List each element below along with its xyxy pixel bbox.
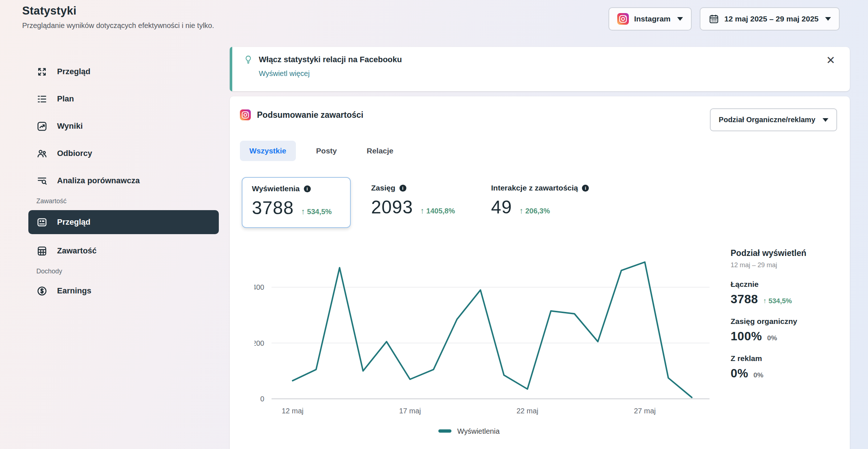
svg-text:12 maj: 12 maj xyxy=(282,407,304,415)
content-type-tabs: Wszystkie Posty Relacje xyxy=(240,141,403,161)
metric-value: 49 xyxy=(491,197,512,218)
sidebar-item-label: Przegląd xyxy=(57,67,91,76)
instagram-icon xyxy=(240,109,251,120)
tab-posty[interactable]: Posty xyxy=(307,141,346,161)
sidebar-item-wyniki[interactable]: Wyniki xyxy=(28,116,219,137)
metric-card-zasieg[interactable]: Zasięg i 2093 ↑ 1405,8% xyxy=(362,177,471,228)
header-controls: Instagram 12 maj 2025 – 29 maj 2025 xyxy=(608,7,840,31)
views-breakdown-panel: Podział wyświetleń 12 maj – 29 maj Łączn… xyxy=(731,248,843,380)
page-header: Statystyki Przeglądanie wyników dotycząc… xyxy=(22,4,214,30)
content-overview-icon xyxy=(36,217,48,228)
sidebar-item-label: Odbiorcy xyxy=(57,149,92,158)
breakdown-row-value: 0% xyxy=(731,366,748,380)
breakdown-dropdown-label: Podział Organiczne/reklamy xyxy=(719,116,815,124)
svg-text:Wyświetlenia: Wyświetlenia xyxy=(457,427,500,435)
sidebar-item-earnings[interactable]: Earnings xyxy=(28,280,219,301)
breakdown-row-value: 3788 xyxy=(731,292,758,306)
content-summary-card: Podsumowanie zawartości Podział Organicz… xyxy=(230,96,850,449)
metric-label: Interakcje z zawartością xyxy=(491,184,578,192)
sidebar-item-label: Wyniki xyxy=(57,121,83,131)
increase-arrow-icon: ↑ xyxy=(420,206,424,215)
platform-selector[interactable]: Instagram xyxy=(608,7,691,31)
svg-text:200: 200 xyxy=(254,339,264,347)
increase-arrow-icon: ↑ xyxy=(519,206,523,215)
breakdown-row-lacznie: Łącznie 3788 ↑ 534,5% xyxy=(731,280,843,306)
sidebar-item-odbiorcy[interactable]: Odbiorcy xyxy=(28,143,219,164)
organic-ads-breakdown-dropdown[interactable]: Podział Organiczne/reklamy xyxy=(710,108,837,131)
breakdown-title: Podział wyświetleń xyxy=(731,248,843,258)
sidebar-item-label: Earnings xyxy=(57,286,91,296)
instagram-icon xyxy=(617,13,629,25)
metric-label: Zasięg xyxy=(371,184,395,192)
overview-icon xyxy=(36,66,48,77)
metric-value: 2093 xyxy=(371,197,413,218)
sidebar-item-plan[interactable]: Plan xyxy=(28,88,219,109)
benchmark-icon xyxy=(36,175,48,187)
sidebar-item-label: Przegląd xyxy=(57,217,91,227)
sidebar-item-content-przeglad[interactable]: Przegląd xyxy=(28,210,219,234)
breakdown-row-organiczny: Zasięg organiczny 100% 0% xyxy=(731,317,843,343)
page-title: Statystyki xyxy=(22,4,214,17)
breakdown-row-delta: 0% xyxy=(754,371,763,379)
metric-value: 3788 xyxy=(252,197,294,219)
summary-title: Podsumowanie zawartości xyxy=(257,110,363,120)
breakdown-date-range: 12 maj – 29 maj xyxy=(731,261,843,269)
metric-label: Wyświetlenia xyxy=(252,184,300,193)
metric-delta: 1405,8% xyxy=(426,207,455,215)
info-icon[interactable]: i xyxy=(399,185,406,192)
statystyki-page: Statystyki Przeglądanie wyników dotycząc… xyxy=(0,0,868,449)
banner-accent-bar xyxy=(230,47,232,91)
sidebar-item-analiza-porownawcza[interactable]: Analiza porównawcza xyxy=(28,170,219,191)
tab-relacje[interactable]: Relacje xyxy=(357,141,403,161)
info-icon[interactable]: i xyxy=(582,185,589,192)
increase-arrow-icon: ↑ xyxy=(301,207,305,216)
platform-label: Instagram xyxy=(634,15,670,23)
sidebar-item-content-zawartosc[interactable]: Zawartość xyxy=(28,240,219,261)
views-line-chart: 020040012 maj17 maj22 maj27 majWyświetle… xyxy=(254,247,723,449)
breakdown-row-delta: 534,5% xyxy=(768,297,792,305)
sidebar: Przegląd Plan Wyniki Odbiorcy xyxy=(28,61,219,308)
chevron-down-icon xyxy=(677,17,683,21)
breakdown-row-delta: 0% xyxy=(767,334,777,342)
date-range-selector[interactable]: 12 maj 2025 – 29 maj 2025 xyxy=(700,7,840,31)
svg-text:27 maj: 27 maj xyxy=(634,407,656,415)
content-grid-icon xyxy=(36,245,48,257)
close-icon[interactable]: ✕ xyxy=(826,55,835,66)
results-chart-icon xyxy=(36,121,48,132)
lightbulb-icon xyxy=(243,55,253,65)
plan-list-icon xyxy=(36,93,48,105)
earnings-icon xyxy=(36,285,48,297)
info-icon[interactable]: i xyxy=(304,185,311,192)
chevron-down-icon xyxy=(825,17,831,21)
breakdown-row-value: 100% xyxy=(731,329,762,343)
audience-icon xyxy=(36,148,48,159)
banner-title: Włącz statystyki relacji na Facebooku xyxy=(259,55,402,64)
svg-text:22 maj: 22 maj xyxy=(517,407,538,415)
date-range-label: 12 maj 2025 – 29 maj 2025 xyxy=(724,15,819,23)
metric-card-interakcje[interactable]: Interakcje z zawartością i 49 ↑ 206,3% xyxy=(482,177,634,228)
svg-text:17 maj: 17 maj xyxy=(399,407,421,415)
metric-delta: 534,5% xyxy=(307,208,332,216)
page-subtitle: Przeglądanie wyników dotyczących efektyw… xyxy=(22,21,214,30)
increase-arrow-icon: ↑ xyxy=(763,297,767,305)
calendar-icon xyxy=(708,13,719,24)
sidebar-item-przeglad[interactable]: Przegląd xyxy=(28,61,219,82)
metric-cards: Wyświetlenia i 3788 ↑ 534,5% Zasięg i 20… xyxy=(242,177,634,228)
breakdown-row-label: Z reklam xyxy=(731,354,843,363)
sidebar-item-label: Analiza porównawcza xyxy=(57,176,140,185)
chevron-down-icon xyxy=(823,118,828,122)
metric-card-wyswietlenia[interactable]: Wyświetlenia i 3788 ↑ 534,5% xyxy=(242,177,351,228)
tab-wszystkie[interactable]: Wszystkie xyxy=(240,141,296,161)
breakdown-row-label: Zasięg organiczny xyxy=(731,317,843,326)
sidebar-section-dochody: Dochody xyxy=(36,268,219,275)
breakdown-row-z-reklam: Z reklam 0% 0% xyxy=(731,354,843,380)
svg-text:0: 0 xyxy=(260,395,264,403)
sidebar-item-label: Plan xyxy=(57,94,74,104)
svg-text:400: 400 xyxy=(254,283,264,291)
banner-see-more-link[interactable]: Wyświetl więcej xyxy=(259,69,310,78)
sidebar-section-zawartosc: Zawartość xyxy=(36,197,219,205)
breakdown-row-label: Łącznie xyxy=(731,280,843,289)
facebook-stories-banner: Włącz statystyki relacji na Facebooku Wy… xyxy=(230,47,850,91)
metric-delta: 206,3% xyxy=(525,207,550,215)
sidebar-item-label: Zawartość xyxy=(57,246,97,256)
